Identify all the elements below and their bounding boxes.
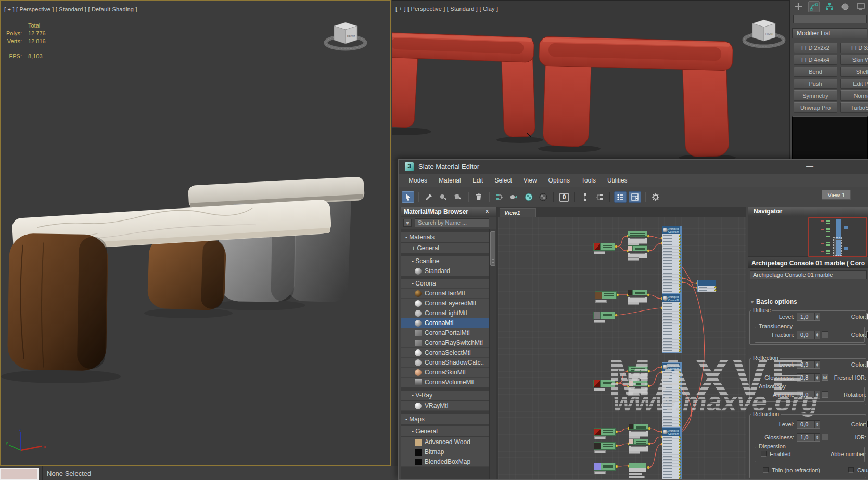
viewcube[interactable]: FRONT xyxy=(740,15,790,57)
browser-row[interactable]: CoronaSkinMtl xyxy=(401,368,489,378)
modifier-button[interactable]: Edit Po xyxy=(840,79,868,89)
refraction-glossiness-map-button[interactable] xyxy=(822,434,828,440)
translucency-fraction-spinner[interactable]: 0,0 xyxy=(797,331,820,339)
node-bitmap[interactable] xyxy=(594,463,616,471)
show-background-icon[interactable]: 0 xyxy=(558,191,570,203)
node-stub[interactable] xyxy=(697,280,716,292)
reflection-glossiness-map-button[interactable]: M xyxy=(822,374,828,381)
node-cc[interactable] xyxy=(628,290,647,303)
modifier-button[interactable]: FFD 2x2x2 xyxy=(794,43,837,53)
node-bitmap[interactable] xyxy=(593,243,615,251)
browser-row[interactable]: CoronaLightMtl xyxy=(401,308,489,318)
modifier-button[interactable]: Unwrap Pro xyxy=(794,102,837,113)
node-bitmap[interactable] xyxy=(595,291,617,299)
browser-row[interactable]: - V-Ray xyxy=(401,391,489,400)
modifier-button[interactable]: Bend xyxy=(794,67,837,77)
color-swatch[interactable] xyxy=(0,468,39,480)
menu-select[interactable]: Select xyxy=(489,175,517,186)
viewport-shaded[interactable]: [ + ] [ Perspective ] [ Standard ] [ Def… xyxy=(0,0,391,466)
modifier-button[interactable]: Shell xyxy=(840,67,868,77)
browser-row[interactable]: CoronaHairMtl xyxy=(401,289,489,299)
modifier-stack-box[interactable] xyxy=(792,116,868,160)
browser-row[interactable]: - Scanline xyxy=(401,256,489,266)
modifier-button[interactable]: Push xyxy=(794,79,837,89)
node-bitmap[interactable] xyxy=(593,312,615,319)
refraction-level-spinner[interactable]: 0,0 xyxy=(797,420,820,429)
view1-tab[interactable]: View1 xyxy=(500,208,536,217)
node-graph-view[interactable]: Archipela...CoronaMtlArchipela...CoronaM… xyxy=(498,217,746,480)
material-name-field[interactable]: Archipelago Console 01 marble xyxy=(750,270,867,279)
modifier-button[interactable]: TurboSm xyxy=(840,102,868,113)
layout-all-icon[interactable] xyxy=(508,191,520,203)
anisotropy-amount-spinner[interactable]: 0,0 xyxy=(797,391,820,399)
menu-view[interactable]: View xyxy=(518,175,543,186)
clay-console-models[interactable] xyxy=(392,1,789,161)
assign-material-icon[interactable] xyxy=(437,191,450,203)
show-map-in-viewport-icon[interactable] xyxy=(522,191,535,203)
create-tab-icon[interactable] xyxy=(793,1,804,12)
hierarchy-tab-icon[interactable] xyxy=(824,1,835,12)
chevron-down-icon[interactable]: ▼ xyxy=(403,219,412,227)
refraction-glossiness-spinner[interactable]: 1,0 xyxy=(797,433,820,442)
viewport-clay[interactable]: [ + ] [ Perspective ] [ Standard ] [ Cla… xyxy=(392,0,790,161)
pick-material-icon[interactable] xyxy=(423,191,435,203)
browser-row[interactable]: Advanced Wood xyxy=(401,437,489,447)
hide-unused-nodeslots-icon[interactable] xyxy=(579,191,591,203)
browser-row[interactable]: - General xyxy=(401,426,489,436)
preview-window-icon[interactable] xyxy=(629,191,641,203)
modifier-button[interactable]: FFD 4x4x4 xyxy=(794,55,837,65)
node-mtl[interactable]: Archipela...CoronaMtl xyxy=(662,427,682,480)
menu-options[interactable]: Options xyxy=(543,175,576,186)
options-gear-icon[interactable] xyxy=(649,191,662,203)
minimize-button[interactable]: — xyxy=(806,162,813,170)
browser-row[interactable]: CoronaMtl xyxy=(401,318,489,328)
navigator-minimap[interactable] xyxy=(748,216,868,257)
material-id-channel-icon[interactable] xyxy=(614,191,627,203)
browser-row[interactable]: - Corona xyxy=(401,279,489,289)
viewcube[interactable]: FRONT xyxy=(318,17,376,58)
reflection-glossiness-spinner[interactable]: 0,8 xyxy=(797,373,820,382)
display-tab-icon[interactable] xyxy=(855,1,866,12)
node-cc[interactable] xyxy=(628,366,648,379)
node-cc[interactable] xyxy=(628,245,647,258)
browser-row[interactable]: CoronaLayeredMtl xyxy=(401,299,489,308)
put-material-icon[interactable] xyxy=(452,191,464,203)
menu-tools[interactable]: Tools xyxy=(576,175,602,186)
slate-titlebar[interactable]: 3 Slate Material Editor — xyxy=(399,160,868,174)
close-icon[interactable]: x xyxy=(486,207,489,214)
menu-material[interactable]: Material xyxy=(433,175,467,186)
motion-tab-icon[interactable] xyxy=(839,1,851,12)
node-cc[interactable] xyxy=(629,424,648,437)
menu-utilities[interactable]: Utilities xyxy=(602,175,633,186)
layout-children-icon[interactable] xyxy=(493,191,506,203)
node-cc[interactable] xyxy=(629,439,648,452)
console-table-model[interactable] xyxy=(1,1,390,465)
delete-node-icon[interactable] xyxy=(473,191,485,203)
modify-tab-icon[interactable] xyxy=(808,1,820,12)
menu-edit[interactable]: Edit xyxy=(467,175,489,186)
browser-row[interactable]: Bitmap xyxy=(401,447,489,457)
show-shaded-map-icon[interactable] xyxy=(537,191,550,203)
search-input[interactable]: Search by Name ... xyxy=(415,218,489,227)
anisotropy-map-button[interactable] xyxy=(822,391,828,398)
menu-modes[interactable]: Modes xyxy=(403,175,433,186)
view-selector[interactable]: View 1 xyxy=(822,190,851,200)
object-name-field[interactable] xyxy=(793,15,867,23)
browser-row[interactable]: CoronaShadowCatc.. xyxy=(401,358,489,368)
browser-row[interactable]: VRayMtl xyxy=(401,401,489,411)
browser-row[interactable]: BlendedBoxMap xyxy=(401,457,489,467)
node-mtl[interactable]: Archipela...CoronaMtl xyxy=(662,362,682,431)
dispersion-enabled-checkbox[interactable] xyxy=(761,451,767,457)
thin-checkbox[interactable] xyxy=(763,467,769,473)
node-mtl[interactable]: Archipela...CoronaMtl xyxy=(662,294,682,353)
modifier-button[interactable]: Norma xyxy=(840,90,868,101)
browser-row[interactable]: CoronaVolumeMtl xyxy=(401,378,489,387)
browser-scrollbar[interactable] xyxy=(489,229,496,480)
diffuse-level-spinner[interactable]: 1,0 xyxy=(797,313,820,321)
node-bitmap[interactable] xyxy=(594,442,616,450)
basic-options-rollout[interactable]: ▾Basic options xyxy=(751,298,797,305)
node-mtl[interactable]: Archipela...CoronaMtl xyxy=(662,226,682,294)
browser-row[interactable]: CoronaPortalMtl xyxy=(401,328,489,338)
reflection-level-spinner[interactable]: 0,9 xyxy=(797,360,820,369)
translucency-map-button[interactable] xyxy=(822,331,828,338)
